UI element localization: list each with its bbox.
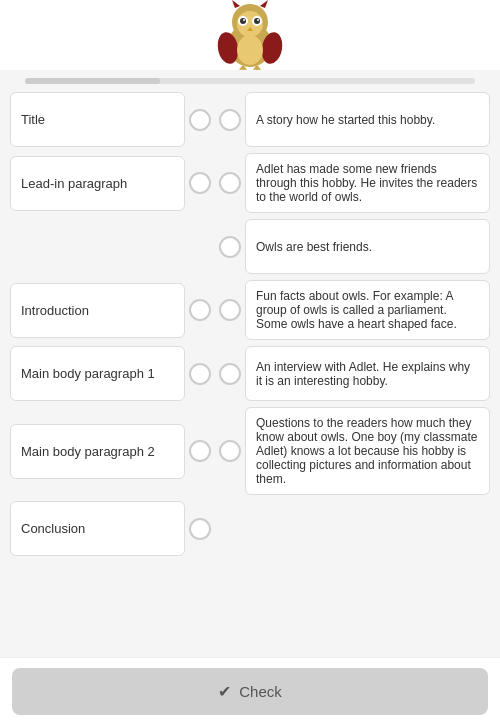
check-icon: ✔ bbox=[218, 682, 231, 701]
progress-bar bbox=[25, 78, 475, 84]
radio-right-6[interactable] bbox=[215, 440, 245, 462]
radio-r6[interactable] bbox=[219, 440, 241, 462]
right-item-5: An interview with Adlet. He explains why… bbox=[245, 346, 490, 401]
matching-row-5: Main body paragraph 1 An interview with … bbox=[10, 346, 490, 401]
radio-left-5[interactable] bbox=[185, 363, 215, 385]
svg-point-14 bbox=[237, 35, 263, 65]
radio-right-5[interactable] bbox=[215, 363, 245, 385]
check-button[interactable]: ✔ Check bbox=[12, 668, 488, 715]
svg-point-8 bbox=[254, 18, 260, 24]
radio-left-1[interactable] bbox=[185, 109, 215, 131]
radio-r1[interactable] bbox=[219, 109, 241, 131]
left-item-title: Title bbox=[10, 92, 185, 147]
left-item-main-body-1: Main body paragraph 1 bbox=[10, 346, 185, 401]
matching-row-1: Title A story how he started this hobby. bbox=[10, 92, 490, 147]
svg-point-7 bbox=[240, 18, 246, 24]
matching-area: Title A story how he started this hobby.… bbox=[0, 92, 500, 657]
right-item-1: A story how he started this hobby. bbox=[245, 92, 490, 147]
radio-title[interactable] bbox=[189, 109, 211, 131]
right-item-4: Fun facts about owls. For example: A gro… bbox=[245, 280, 490, 340]
left-item-main-body-2: Main body paragraph 2 bbox=[10, 424, 185, 479]
header-image bbox=[0, 0, 500, 70]
matching-row-6: Main body paragraph 2 Questions to the r… bbox=[10, 407, 490, 495]
spacer-row-3: Owls are best friends. bbox=[10, 219, 490, 274]
radio-right-2[interactable] bbox=[215, 172, 245, 194]
left-item-conclusion: Conclusion bbox=[10, 501, 185, 556]
radio-left-2[interactable] bbox=[185, 172, 215, 194]
radio-r4[interactable] bbox=[219, 299, 241, 321]
radio-r5[interactable] bbox=[219, 363, 241, 385]
radio-left-7[interactable] bbox=[185, 518, 215, 540]
radio-main-body-1[interactable] bbox=[189, 363, 211, 385]
progress-bar-fill bbox=[25, 78, 160, 84]
radio-main-body-2[interactable] bbox=[189, 440, 211, 462]
left-item-lead-in: Lead-in paragraph bbox=[10, 156, 185, 211]
svg-point-9 bbox=[243, 19, 245, 21]
owl-icon bbox=[200, 0, 300, 70]
matching-row-2: Lead-in paragraph Adlet has made some ne… bbox=[10, 153, 490, 213]
right-item-2: Adlet has made some new friends through … bbox=[245, 153, 490, 213]
check-button-label: Check bbox=[239, 683, 282, 700]
matching-row-7: Conclusion bbox=[10, 501, 490, 556]
matching-row-4: Introduction Fun facts about owls. For e… bbox=[10, 280, 490, 340]
radio-right-3[interactable] bbox=[215, 236, 245, 258]
radio-left-6[interactable] bbox=[185, 440, 215, 462]
radio-introduction[interactable] bbox=[189, 299, 211, 321]
check-button-container: ✔ Check bbox=[0, 657, 500, 725]
svg-marker-2 bbox=[232, 0, 240, 8]
radio-r3[interactable] bbox=[219, 236, 241, 258]
left-item-introduction: Introduction bbox=[10, 283, 185, 338]
radio-lead-in[interactable] bbox=[189, 172, 211, 194]
radio-right-4[interactable] bbox=[215, 299, 245, 321]
radio-right-1[interactable] bbox=[215, 109, 245, 131]
svg-point-10 bbox=[257, 19, 259, 21]
right-item-3: Owls are best friends. bbox=[245, 219, 490, 274]
radio-r2[interactable] bbox=[219, 172, 241, 194]
svg-marker-3 bbox=[260, 0, 268, 8]
radio-conclusion[interactable] bbox=[189, 518, 211, 540]
right-item-6: Questions to the readers how much they k… bbox=[245, 407, 490, 495]
radio-left-4[interactable] bbox=[185, 299, 215, 321]
